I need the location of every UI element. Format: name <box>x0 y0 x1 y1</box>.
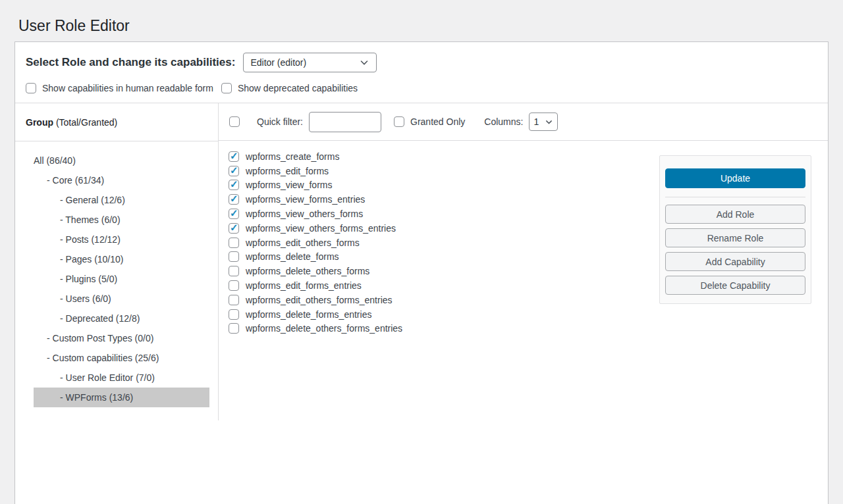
tree-item-wpforms-13-6[interactable]: - WPForms (13/6) <box>34 388 209 407</box>
tree-item-themes-6-0[interactable]: - Themes (6/0) <box>34 210 209 230</box>
display-toggles-row: Show capabilities in human readable form… <box>15 72 828 103</box>
tree-item-posts-12-12[interactable]: - Posts (12/12) <box>34 230 209 249</box>
capability-label: wpforms_delete_others_forms_entries <box>246 323 402 334</box>
capability-label: wpforms_edit_forms <box>246 166 329 176</box>
capability-checkbox-wpforms-view-others-forms[interactable] <box>229 209 239 219</box>
filter-bar: Quick filter: Granted Only Columns: 1 <box>219 103 828 141</box>
rename-role-button[interactable]: Rename Role <box>665 228 805 247</box>
group-tree-panel: All (86/40)- Core (61/34)- General (12/6… <box>15 141 219 420</box>
role-selector-label: Select Role and change its capabilities: <box>26 56 235 69</box>
chevron-down-icon <box>359 57 369 68</box>
tree-item-pages-10-10[interactable]: - Pages (10/10) <box>34 249 209 269</box>
deprecated-label: Show deprecated capabilities <box>238 83 358 93</box>
capability-label: wpforms_delete_forms_entries <box>246 309 371 320</box>
role-selector-row: Select Role and change its capabilities:… <box>15 42 828 72</box>
capability-label: wpforms_edit_others_forms <box>246 238 360 248</box>
capability-panel-grid: Group (Total/Granted) Quick filter: Gran… <box>15 103 828 420</box>
secondary-actions: Add RoleRename RoleAdd CapabilityDelete … <box>665 205 805 295</box>
quick-filter-input[interactable] <box>309 112 381 132</box>
capability-checkbox-wpforms-delete-others-forms[interactable] <box>229 266 239 276</box>
role-select[interactable]: Editor (editor) <box>243 53 377 72</box>
capabilities-area: wpforms_create_formswpforms_edit_formswp… <box>219 141 828 420</box>
columns-select[interactable]: 1 <box>529 113 558 131</box>
human-readable-toggle: Show capabilities in human readable form <box>26 83 213 93</box>
tree-item-users-6-0[interactable]: - Users (6/0) <box>34 289 209 309</box>
delete-capability-button[interactable]: Delete Capability <box>665 276 805 295</box>
group-header: Group (Total/Granted) <box>15 103 219 141</box>
capability-checkbox-wpforms-edit-others-forms-entries[interactable] <box>229 295 239 305</box>
tree-item-user-role-editor-7-0[interactable]: - User Role Editor (7/0) <box>34 368 209 388</box>
capability-checkbox-wpforms-create-forms[interactable] <box>229 151 239 162</box>
capability-label: wpforms_view_others_forms_entries <box>246 223 396 234</box>
capability-label: wpforms_view_others_forms <box>246 209 363 219</box>
add-role-button[interactable]: Add Role <box>665 205 805 224</box>
capability-row: wpforms_delete_forms_entries <box>229 307 828 322</box>
group-header-bold: Group <box>26 117 53 128</box>
tree-item-deprecated-12-8[interactable]: - Deprecated (12/8) <box>34 309 209 328</box>
chevron-down-icon <box>545 118 553 126</box>
capability-checkbox-wpforms-edit-forms-entries[interactable] <box>229 280 239 291</box>
granted-only-label: Granted Only <box>410 116 465 127</box>
capability-checkbox-wpforms-delete-forms[interactable] <box>229 251 239 262</box>
tree-item-general-12-6[interactable]: - General (12/6) <box>34 190 209 210</box>
human-readable-checkbox[interactable] <box>26 83 36 93</box>
capability-checkbox-wpforms-view-forms[interactable] <box>229 180 239 190</box>
divider <box>665 197 805 197</box>
capability-checkbox-wpforms-delete-forms-entries[interactable] <box>229 309 239 320</box>
capability-label: wpforms_edit_forms_entries <box>246 280 362 291</box>
capability-label: wpforms_delete_others_forms <box>246 266 369 276</box>
quick-filter-label: Quick filter: <box>257 116 303 127</box>
user-role-editor-panel: Select Role and change its capabilities:… <box>14 41 829 504</box>
deprecated-toggle: Show deprecated capabilities <box>221 83 358 93</box>
tree-item-custom-capabilities-25-6[interactable]: - Custom capabilities (25/6) <box>34 348 209 368</box>
capability-checkbox-wpforms-delete-others-forms-entries[interactable] <box>229 323 239 334</box>
columns-label: Columns: <box>484 116 523 127</box>
capability-checkbox-wpforms-view-others-forms-entries[interactable] <box>229 223 239 234</box>
action-panel: Update Add RoleRename RoleAdd Capability… <box>659 155 811 304</box>
deprecated-checkbox[interactable] <box>221 83 232 93</box>
tree-item-plugins-5-0[interactable]: - Plugins (5/0) <box>34 269 209 289</box>
capability-checkbox-wpforms-edit-others-forms[interactable] <box>229 238 239 248</box>
capability-row: wpforms_delete_others_forms_entries <box>229 322 828 336</box>
role-select-value: Editor (editor) <box>250 57 306 68</box>
granted-only-checkbox[interactable] <box>394 116 404 127</box>
update-button[interactable]: Update <box>665 168 805 188</box>
group-tree: All (86/40)- Core (61/34)- General (12/6… <box>15 141 218 420</box>
capability-label: wpforms_view_forms_entries <box>246 194 365 205</box>
group-header-rest: (Total/Granted) <box>53 117 117 128</box>
add-capability-button[interactable]: Add Capability <box>665 252 805 271</box>
tree-item-all-86-40[interactable]: All (86/40) <box>34 151 209 170</box>
tree-item-core-61-34[interactable]: - Core (61/34) <box>34 170 209 190</box>
capability-checkbox-wpforms-view-forms-entries[interactable] <box>229 194 239 205</box>
capability-label: wpforms_delete_forms <box>246 251 339 262</box>
capability-label: wpforms_create_forms <box>246 151 339 162</box>
columns-select-value: 1 <box>533 116 539 127</box>
human-readable-label: Show capabilities in human readable form <box>42 83 213 93</box>
capability-label: wpforms_view_forms <box>246 180 332 190</box>
capability-label: wpforms_edit_others_forms_entries <box>246 295 393 305</box>
capability-checkbox-wpforms-edit-forms[interactable] <box>229 166 239 176</box>
select-all-checkbox[interactable] <box>229 116 240 127</box>
tree-item-custom-post-types-0-0[interactable]: - Custom Post Types (0/0) <box>34 328 209 348</box>
page-title: User Role Editor <box>0 0 843 36</box>
